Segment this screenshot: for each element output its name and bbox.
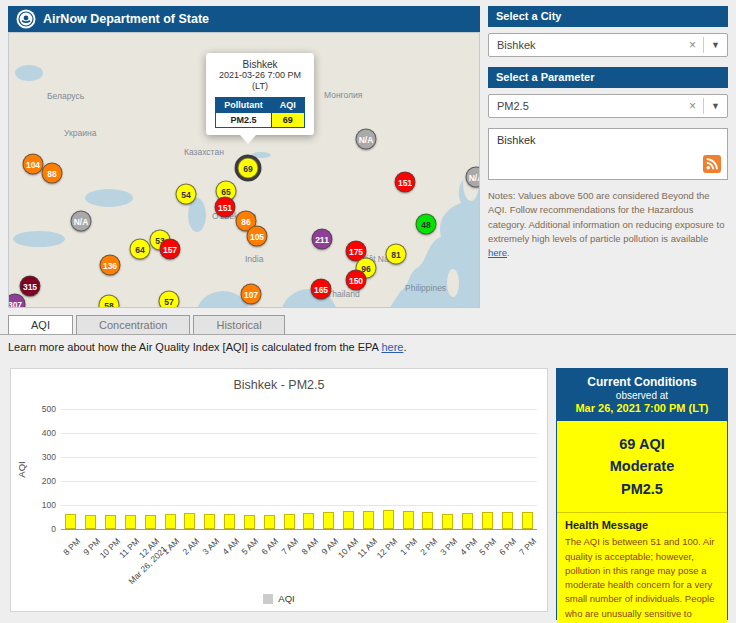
aqi-bar[interactable] — [522, 512, 533, 529]
aqi-marker[interactable]: 211 — [312, 229, 333, 250]
aqi-bar[interactable] — [264, 515, 275, 529]
popup-timezone: (LT) — [252, 81, 268, 91]
popup-city: Bishkek — [212, 59, 308, 70]
aqi-marker[interactable]: 48 — [416, 214, 437, 235]
aqi-marker[interactable]: 69 — [238, 158, 259, 179]
y-tick-label: 300 — [28, 452, 56, 462]
x-tick-label: 2 PM — [418, 536, 440, 558]
city-caret-icon[interactable]: ▼ — [704, 40, 727, 50]
rss-icon[interactable] — [703, 155, 721, 173]
aqi-marker[interactable]: 150 — [346, 270, 367, 291]
health-message-body: The AQI is between 51 and 100. Air quali… — [565, 535, 719, 623]
parameter-clear-icon[interactable]: × — [682, 99, 703, 113]
city-select[interactable]: Bishkek × ▼ — [488, 33, 728, 57]
aqi-category: Moderate — [561, 455, 723, 477]
aqi-value: 69 AQI — [561, 433, 723, 455]
x-tick-label: 5 AM — [240, 536, 262, 558]
aqi-bar[interactable] — [85, 515, 96, 529]
aqi-marker[interactable]: 54 — [176, 184, 197, 205]
aqi-bar[interactable] — [343, 511, 354, 529]
aqi-bar[interactable] — [303, 513, 314, 529]
aqi-bar[interactable] — [204, 514, 215, 529]
aqi-marker[interactable]: N/A — [356, 129, 377, 150]
notes-prefix: Notes: Values above 500 are considered B… — [488, 190, 724, 244]
aqi-bar[interactable] — [224, 514, 235, 529]
conditions-header: Current Conditions observed at Mar 26, 2… — [557, 369, 727, 421]
aqi-bar[interactable] — [383, 510, 394, 529]
chart-title: Bishkek - PM2.5 — [11, 378, 547, 392]
popup-datetime: 2021-03-26 7:00 PM — [219, 70, 301, 80]
aqi-marker[interactable]: 151 — [215, 197, 236, 218]
aqi-marker[interactable]: 64 — [130, 239, 151, 260]
aqi-bar[interactable] — [442, 514, 453, 529]
sidebar: Select a City Bishkek × ▼ Select a Param… — [488, 6, 728, 260]
aqi-bar[interactable] — [105, 515, 116, 529]
y-tick-label: 400 — [28, 428, 56, 438]
aqi-bar[interactable] — [502, 512, 513, 529]
tab-concentration[interactable]: Concentration — [76, 315, 191, 334]
learn-more-text: Learn more about how the Air Quality Ind… — [8, 341, 406, 353]
aqi-bar[interactable] — [65, 514, 76, 529]
aqi-bar[interactable] — [244, 515, 255, 529]
map-canvas[interactable]: Bishkek 2021-03-26 7:00 PM (LT) Pollutan… — [8, 32, 480, 308]
current-conditions-panel: Current Conditions observed at Mar 26, 2… — [556, 368, 728, 620]
aqi-bar[interactable] — [482, 512, 493, 529]
aqi-bar[interactable] — [363, 511, 374, 529]
aqi-marker[interactable]: 157 — [160, 239, 181, 260]
x-tick-label: 6 AM — [260, 536, 282, 558]
aqi-marker[interactable]: 88 — [42, 163, 63, 184]
gridline — [61, 505, 537, 506]
aqi-bar[interactable] — [422, 512, 433, 529]
aqi-marker[interactable]: 107 — [241, 284, 262, 305]
x-tick-label: 3 AM — [200, 536, 222, 558]
notes-link[interactable]: here — [488, 247, 507, 258]
learn-more-suffix: . — [403, 341, 406, 353]
aqi-marker[interactable]: 57 — [159, 291, 180, 309]
popup-pollutant-value: PM2.5 — [216, 112, 272, 127]
chart-legend: AQI — [11, 593, 547, 604]
learn-more-prefix: Learn more about how the Air Quality Ind… — [8, 341, 381, 353]
x-tick-label: 4 AM — [220, 536, 242, 558]
aqi-marker[interactable]: 136 — [100, 255, 121, 276]
aqi-marker[interactable]: 104 — [23, 154, 44, 175]
aqi-marker[interactable]: 105 — [247, 226, 268, 247]
tab-historical[interactable]: Historical — [193, 315, 284, 334]
popup-col-pollutant: Pollutant — [216, 97, 272, 112]
aqi-marker[interactable]: 58 — [99, 295, 120, 309]
aqi-bar[interactable] — [323, 512, 334, 529]
x-tick-label: 8 PM — [61, 536, 83, 558]
popup-col-aqi: AQI — [271, 97, 304, 112]
aqi-bar[interactable] — [165, 514, 176, 529]
aqi-bar[interactable] — [184, 513, 195, 529]
aqi-marker[interactable]: N/A — [71, 211, 92, 232]
city-clear-icon[interactable]: × — [682, 38, 703, 52]
aqi-marker[interactable]: 315 — [20, 276, 41, 297]
aqi-bar[interactable] — [145, 515, 156, 529]
aqi-bar[interactable] — [462, 513, 473, 529]
parameter-select[interactable]: PM2.5 × ▼ — [488, 94, 728, 118]
aqi-marker[interactable]: N/A — [466, 167, 481, 188]
aqi-bar[interactable] — [284, 514, 295, 529]
parameter-caret-icon[interactable]: ▼ — [704, 101, 727, 111]
x-tick-label: 8 AM — [299, 536, 321, 558]
popup-aqi-value: 69 — [271, 112, 304, 127]
rss-box: Bishkek — [488, 128, 728, 180]
gridline — [61, 433, 537, 434]
aqi-marker[interactable]: 165 — [311, 279, 332, 300]
aqi-bar[interactable] — [403, 511, 414, 529]
x-tick-label: 11 AM — [356, 536, 381, 561]
parameter-select-value: PM2.5 — [489, 100, 682, 112]
aqi-marker[interactable]: 151 — [395, 172, 416, 193]
tab-aqi[interactable]: AQI — [8, 315, 73, 334]
notes-text: Notes: Values above 500 are considered B… — [488, 189, 728, 260]
select-parameter-header: Select a Parameter — [488, 67, 728, 88]
chart-y-axis-label: AQI — [16, 461, 27, 477]
learn-more-link[interactable]: here — [381, 341, 403, 353]
aqi-marker[interactable]: 81 — [386, 244, 407, 265]
conditions-title: Current Conditions — [561, 375, 723, 389]
gridline — [61, 409, 537, 410]
notes-suffix: . — [507, 247, 510, 258]
aqi-bar[interactable] — [125, 515, 136, 529]
x-tick-label: 3 PM — [438, 536, 460, 558]
x-tick-label: 2 AM — [180, 536, 202, 558]
